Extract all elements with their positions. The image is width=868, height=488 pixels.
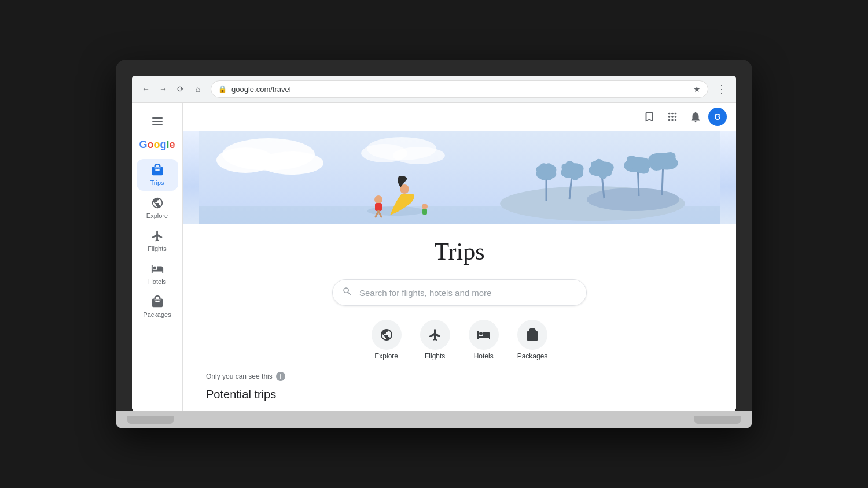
sidebar-item-flights-label: Flights [148, 245, 166, 252]
packages-icon [151, 295, 164, 310]
trips-icon [151, 164, 164, 178]
page-title-section: Trips [183, 224, 736, 275]
quick-nav-flights[interactable]: Flights [420, 320, 450, 360]
sidebar-item-hotels[interactable]: Hotels [137, 258, 178, 290]
laptop-base [116, 411, 752, 428]
svg-point-3 [260, 151, 323, 175]
refresh-button[interactable]: ⟳ [174, 82, 187, 96]
potential-trips-section: Potential trips [183, 386, 736, 406]
logo-g2: g [160, 139, 166, 150]
hamburger-line [152, 124, 163, 125]
sidebar-item-explore[interactable]: Explore [137, 192, 178, 224]
logo-e: e [170, 139, 175, 150]
explore-icon [151, 197, 164, 211]
flights-icon [151, 230, 164, 244]
bookmark-star-icon[interactable]: ★ [693, 84, 701, 94]
laptop-foot-right [694, 416, 741, 424]
quick-hotels-label: Hotels [474, 352, 494, 360]
quick-explore-icon [372, 320, 402, 350]
hotels-icon [151, 263, 164, 277]
hamburger-line [152, 121, 163, 122]
browser-menu-button[interactable]: ⋮ [714, 80, 729, 98]
top-bar: G [183, 103, 736, 131]
search-container: Search for flights, hotels and more [183, 275, 736, 315]
sidebar-item-explore-label: Explore [146, 212, 168, 219]
quick-flights-label: Flights [425, 352, 445, 360]
hero-illustration [183, 131, 736, 224]
quick-nav-hotels[interactable]: Hotels [469, 320, 499, 360]
quick-nav-packages[interactable]: Packages [517, 320, 548, 360]
logo-o1: o [147, 139, 153, 150]
home-button[interactable]: ⌂ [191, 82, 205, 96]
sidebar-item-packages[interactable]: Packages [137, 291, 178, 323]
svg-rect-37 [422, 209, 427, 215]
sidebar-item-trips-label: Trips [150, 179, 164, 186]
search-bar[interactable]: Search for flights, hotels and more [332, 279, 587, 306]
privacy-text: Only you can see this [206, 372, 273, 380]
forward-button[interactable]: → [156, 82, 170, 96]
logo-o2: o [153, 139, 160, 150]
search-placeholder-text: Search for flights, hotels and more [359, 288, 491, 298]
quick-hotels-icon [469, 320, 499, 350]
quick-nav-row: Explore Flights Hotels [183, 315, 736, 369]
sidebar-item-packages-label: Packages [143, 311, 171, 318]
bookmarks-button[interactable] [639, 106, 660, 127]
svg-point-6 [393, 147, 445, 164]
info-icon[interactable]: i [276, 372, 285, 381]
back-button[interactable]: ← [139, 82, 153, 96]
laptop-foot-left [127, 416, 174, 424]
hero-svg [183, 131, 736, 224]
svg-point-9 [587, 188, 679, 211]
quick-packages-label: Packages [517, 352, 548, 360]
notifications-button[interactable] [685, 106, 706, 127]
apps-button[interactable] [662, 106, 683, 127]
svg-point-36 [422, 204, 428, 209]
sidebar-item-flights[interactable]: Flights [137, 225, 178, 257]
page-title: Trips [192, 238, 727, 265]
sidebar-item-hotels-label: Hotels [148, 278, 166, 285]
address-bar[interactable]: 🔒 google.com/travel ★ [211, 80, 708, 98]
svg-point-30 [374, 195, 382, 204]
sidebar: Google Trips Explore [132, 103, 183, 411]
quick-flights-icon [420, 320, 450, 350]
hamburger-menu[interactable] [146, 110, 169, 133]
quick-nav-explore[interactable]: Explore [372, 320, 402, 360]
search-icon [342, 286, 352, 299]
user-avatar[interactable]: G [708, 108, 727, 126]
svg-rect-35 [402, 194, 407, 205]
main-content: Trips Search for flights, hotels and mor… [183, 131, 736, 411]
quick-explore-label: Explore [374, 352, 398, 360]
sidebar-item-trips[interactable]: Trips [137, 159, 178, 191]
svg-rect-31 [375, 203, 382, 211]
url-text: google.com/travel [231, 85, 291, 94]
lock-icon: 🔒 [218, 85, 227, 93]
privacy-notice: Only you can see this i [183, 369, 736, 386]
google-logo: Google [139, 139, 175, 151]
quick-packages-icon [517, 320, 547, 350]
potential-trips-title: Potential trips [206, 388, 713, 401]
logo-g: G [139, 139, 147, 150]
hamburger-line [152, 117, 163, 119]
